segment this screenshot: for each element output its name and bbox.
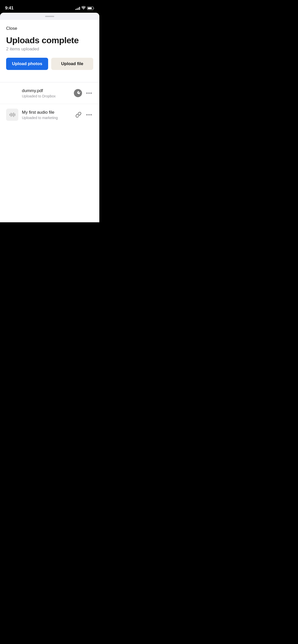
- file-list: dummy.pdf Uploaded to Dropbox ••• My: [0, 82, 99, 125]
- sheet-header: Close Uploads complete 2 items uploaded …: [0, 20, 99, 75]
- sheet-handle: [45, 16, 54, 17]
- dropbox-s-icon[interactable]: [74, 89, 82, 97]
- signal-icon: [75, 7, 80, 10]
- upload-photos-button[interactable]: Upload photos: [6, 58, 48, 70]
- close-button[interactable]: Close: [6, 26, 17, 31]
- file-actions: •••: [75, 111, 93, 119]
- file-menu-dots[interactable]: •••: [85, 89, 93, 97]
- sheet-handle-area: [0, 13, 99, 20]
- file-thumb-placeholder: [6, 87, 18, 99]
- upload-file-button[interactable]: Upload file: [51, 58, 93, 70]
- battery-icon: [87, 7, 94, 10]
- action-buttons: Upload photos Upload file: [6, 58, 93, 70]
- status-icons: [75, 6, 94, 10]
- subtitle: 2 items uploaded: [6, 47, 93, 52]
- status-bar: 9:41: [0, 0, 99, 13]
- file-item: My first audio file Uploaded to marketin…: [0, 104, 99, 125]
- chain-link-icon[interactable]: [75, 111, 82, 118]
- wifi-icon: [82, 6, 86, 10]
- file-name: My first audio file: [22, 110, 71, 115]
- file-item: dummy.pdf Uploaded to Dropbox •••: [0, 82, 99, 104]
- file-location: Uploaded to Dropbox: [22, 94, 70, 98]
- file-name: dummy.pdf: [22, 88, 70, 93]
- status-time: 9:41: [5, 6, 13, 11]
- file-info: My first audio file Uploaded to marketin…: [22, 110, 71, 120]
- main-sheet: Close Uploads complete 2 items uploaded …: [0, 20, 99, 222]
- audio-wave-icon: [9, 112, 15, 117]
- file-menu-dots[interactable]: •••: [85, 111, 93, 119]
- file-thumb: [6, 109, 18, 121]
- file-actions: •••: [74, 89, 93, 97]
- page-title: Uploads complete: [6, 36, 93, 45]
- file-info: dummy.pdf Uploaded to Dropbox: [22, 88, 70, 98]
- file-location: Uploaded to marketing: [22, 116, 71, 120]
